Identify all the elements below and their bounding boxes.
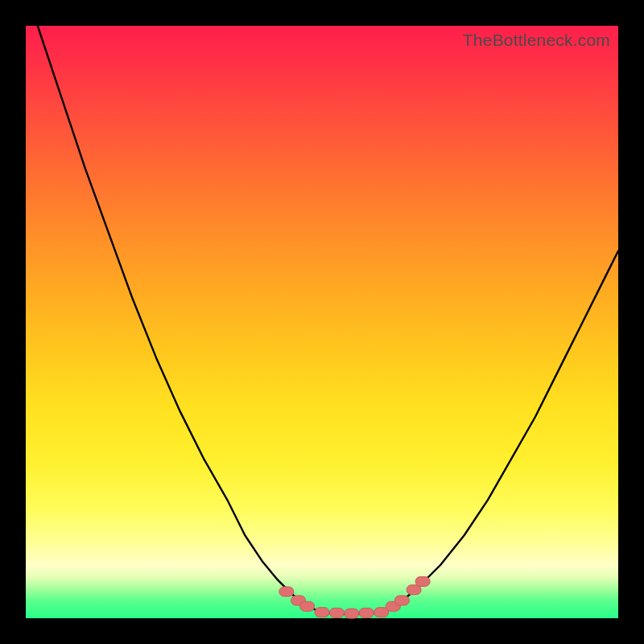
data-marker <box>329 608 344 617</box>
chart-frame: TheBottleneck.com <box>0 0 644 644</box>
marker-layer <box>279 576 430 618</box>
plot-area: TheBottleneck.com <box>26 26 618 618</box>
data-marker <box>345 609 359 618</box>
data-marker <box>300 601 315 611</box>
chart-svg <box>26 26 618 618</box>
data-marker <box>394 596 409 605</box>
data-marker <box>279 587 294 597</box>
data-marker <box>359 608 374 617</box>
data-marker <box>415 576 430 586</box>
data-marker <box>315 608 329 617</box>
bottleneck-curve <box>38 26 618 614</box>
curve-layer <box>38 26 618 614</box>
